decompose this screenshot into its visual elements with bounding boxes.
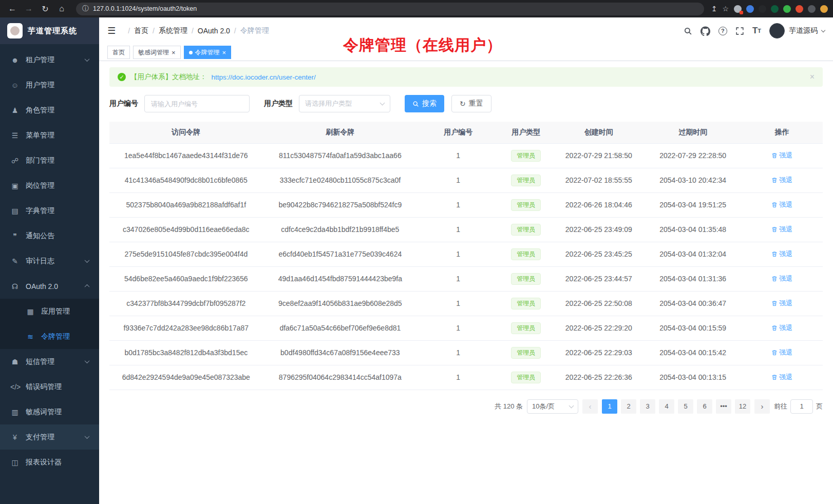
create-time-cell: 2022-06-25 23:44:57 — [553, 266, 645, 291]
search-icon[interactable] — [684, 27, 692, 35]
breadcrumb-item[interactable]: /OAuth 2.0 — [187, 27, 230, 35]
force-logout-button[interactable]: 强退 — [771, 323, 792, 333]
extension-icon[interactable] — [771, 5, 779, 13]
tab[interactable]: 首页 × — [107, 46, 130, 59]
next-page-button[interactable]: › — [754, 399, 770, 414]
tab[interactable]: 敏感词管理 × — [133, 46, 181, 59]
extension-icon[interactable] — [783, 5, 791, 13]
force-logout-button[interactable]: 强退 — [771, 225, 792, 234]
sidebar-item-audit-log[interactable]: ✎ 审计日志 — [0, 248, 99, 274]
page-button[interactable]: 5 — [678, 399, 693, 414]
page-button[interactable]: 1 — [602, 399, 617, 414]
search-button[interactable]: 搜索 — [405, 95, 444, 112]
page-size-select[interactable]: 10条/页 — [527, 399, 578, 414]
refresh-token-cell: dfa6c71a50a54c66bef706ef9e6e8d81 — [263, 316, 418, 340]
sensitive-word-icon: ▥ — [10, 408, 20, 416]
tab[interactable]: 令牌管理 × — [184, 46, 232, 59]
tab-close-icon[interactable]: × — [172, 49, 176, 56]
token-signal-icon: ≋ — [26, 333, 35, 341]
prev-page-button[interactable]: ‹ — [582, 399, 598, 414]
sidebar-item-oauth2-token[interactable]: ≋ 令牌管理 — [0, 324, 99, 349]
bookmark-star-icon[interactable]: ☆ — [722, 5, 729, 13]
access-token-cell: 1ea5e44f8bc1467aaede43144f31de76 — [109, 143, 263, 168]
force-logout-button[interactable]: 强退 — [771, 373, 792, 382]
user-type-badge: 管理员 — [511, 273, 541, 285]
sidebar-item-user[interactable]: ☺ 用户管理 — [0, 72, 99, 98]
sidebar-item-label: 租户管理 — [26, 55, 54, 65]
goto-page-input[interactable] — [790, 399, 813, 414]
table-row: 275e5de9151045fe87cbdc395e004f4d e6cfd40… — [109, 242, 823, 266]
sidebar-item-menu[interactable]: ☰ 菜单管理 — [0, 123, 99, 148]
sidebar-item-dict[interactable]: ▤ 字典管理 — [0, 198, 99, 223]
fullscreen-icon[interactable] — [735, 27, 744, 35]
force-logout-button[interactable]: 强退 — [771, 200, 792, 209]
sidebar-toggle-icon[interactable] — [808, 5, 816, 13]
address-bar[interactable]: ⓘ 127.0.0.1:1024/system/oauth2/token — [76, 3, 704, 15]
table-row: c347026e805e4d99b0d116eae66eda8c cdfc4ce… — [109, 217, 823, 242]
breadcrumb-item[interactable]: /令牌管理 — [230, 26, 269, 35]
doc-link[interactable]: https://doc.iocoder.cn/user-center/ — [212, 73, 316, 81]
force-logout-button[interactable]: 强退 — [771, 274, 792, 283]
user-menu[interactable]: 芋道源码 — [769, 23, 825, 38]
refresh-token-cell: e6cfd40eb1f54571a31e775e039c4624 — [263, 242, 418, 266]
force-logout-button[interactable]: 强退 — [771, 348, 792, 357]
font-size-icon[interactable]: TT — [752, 26, 761, 36]
page-button[interactable]: ••• — [716, 399, 731, 414]
sidebar-item-report-designer[interactable]: ◫ 报表设计器 — [0, 450, 99, 475]
sidebar-item-pay[interactable]: ¥ 支付管理 — [0, 424, 99, 450]
logo-area[interactable]: 芋道管理系统 — [0, 17, 99, 44]
force-logout-button[interactable]: 强退 — [771, 151, 792, 160]
sidebar-item-sensitive-word[interactable]: ▥ 敏感词管理 — [0, 399, 99, 424]
breadcrumb-item[interactable]: /系统管理 — [148, 26, 187, 35]
page-button[interactable]: 12 — [735, 399, 750, 414]
browser-profile-avatar[interactable] — [820, 5, 828, 13]
sidebar-item-label: 应用管理 — [41, 307, 70, 316]
browser-reload-icon[interactable]: ↻ — [38, 2, 52, 15]
sidebar-item-sms[interactable]: ☗ 短信管理 — [0, 349, 99, 374]
force-logout-button[interactable]: 强退 — [771, 249, 792, 259]
breadcrumb-separator: / — [234, 27, 236, 35]
sidebar-item-label: 字典管理 — [26, 206, 54, 216]
browser-forward-icon[interactable]: → — [22, 2, 36, 15]
page-button[interactable]: 4 — [659, 399, 674, 414]
sidebar-item-notice[interactable]: ❞ 通知公告 — [0, 223, 99, 248]
tab-close-icon[interactable]: × — [222, 49, 226, 56]
collapse-sidebar-icon[interactable]: ☰ — [107, 25, 116, 36]
page-button[interactable]: 3 — [640, 399, 655, 414]
user-type-select[interactable]: 请选择用户类型 — [299, 95, 390, 112]
user-id-input[interactable] — [144, 95, 250, 112]
refresh-token-cell: be90422b8c7946218275a508bf524fc9 — [263, 192, 418, 217]
extension-icon[interactable] — [759, 5, 766, 13]
breadcrumb-item[interactable]: /首页 — [124, 26, 148, 35]
extension-icon[interactable] — [746, 5, 754, 13]
alert-close-icon[interactable]: × — [810, 72, 815, 82]
extension-icon[interactable] — [734, 5, 742, 13]
force-logout-button[interactable]: 强退 — [771, 299, 792, 308]
total-count: 共 120 条 — [495, 402, 523, 411]
user-type-badge: 管理员 — [511, 347, 541, 359]
sidebar-item-oauth2-app[interactable]: ▦ 应用管理 — [0, 299, 99, 324]
sidebar-item-dept[interactable]: ☍ 部门管理 — [0, 148, 99, 173]
github-icon[interactable] — [701, 26, 710, 36]
share-icon[interactable]: ↥ — [711, 5, 717, 13]
site-info-icon[interactable]: ⓘ — [82, 4, 89, 13]
sidebar-item-post[interactable]: ▣ 岗位管理 — [0, 173, 99, 198]
help-icon[interactable]: ? — [718, 27, 727, 35]
extension-icon[interactable] — [796, 5, 803, 13]
browser-back-icon[interactable]: ← — [5, 2, 20, 15]
sidebar-item-oauth2[interactable]: ☊ OAuth 2.0 — [0, 274, 99, 299]
page-button[interactable]: 6 — [697, 399, 712, 414]
browser-home-icon[interactable]: ⌂ — [54, 2, 69, 15]
expire-time-cell: 2054-03-04 01:35:48 — [645, 217, 742, 242]
page-button[interactable]: 2 — [621, 399, 636, 414]
reset-button[interactable]: ↻ 重置 — [451, 95, 491, 112]
tabs-bar: 首页 × 敏感词管理 × 令牌管理 × — [99, 44, 833, 61]
user-type-badge: 管理员 — [511, 372, 541, 383]
table-row: b0d1785bc3a8482f812db4a3f3bd15ec b0df498… — [109, 340, 823, 365]
sidebar-item-tenant[interactable]: ☻ 租户管理 — [0, 47, 99, 72]
sidebar-item-role[interactable]: ♟ 角色管理 — [0, 98, 99, 123]
sidebar-item-error-code[interactable]: </> 错误码管理 — [0, 374, 99, 399]
column-header: 操作 — [742, 122, 823, 143]
force-logout-button[interactable]: 强退 — [771, 176, 792, 185]
user-type-badge: 管理员 — [511, 224, 541, 236]
